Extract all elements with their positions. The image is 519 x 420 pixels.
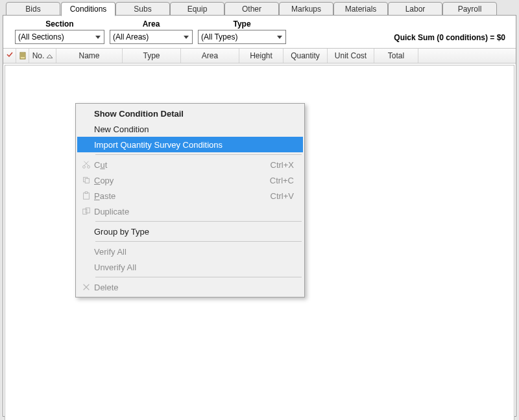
context-menu: Show Condition Detail New Condition Impo… <box>75 103 305 298</box>
menu-group-by-type[interactable]: Group by Type <box>77 224 303 239</box>
menu-label: New Condition <box>94 124 303 134</box>
menu-duplicate[interactable]: Duplicate <box>77 204 303 219</box>
column-name[interactable]: Name <box>56 49 123 63</box>
column-total[interactable]: Total <box>374 49 418 63</box>
filter-section-label: Section <box>15 19 104 29</box>
tab-markups[interactable]: Markups <box>279 2 333 16</box>
menu-label: Unverify All <box>94 262 303 272</box>
column-label: Quantity <box>291 51 320 60</box>
column-label: Name <box>78 51 99 60</box>
menu-label: Delete <box>94 283 303 292</box>
tab-label: Labor <box>405 5 426 14</box>
tab-payroll[interactable]: Payroll <box>442 2 497 16</box>
menu-label: Import Quantity Survey Conditions <box>94 140 303 150</box>
menu-import-quantity-survey-conditions[interactable]: Import Quantity Survey Conditions <box>77 137 303 152</box>
svg-point-8 <box>83 166 86 169</box>
grid-body[interactable]: Show Condition Detail New Condition Impo… <box>5 65 514 420</box>
tab-label: Bids <box>25 5 40 14</box>
dropdown-value: (All Areas) <box>113 32 180 41</box>
column-no[interactable]: No. <box>29 49 56 63</box>
dropdown-value: (All Types) <box>201 32 274 41</box>
tab-labor[interactable]: Labor <box>388 2 442 16</box>
svg-rect-17 <box>86 208 90 213</box>
tab-subs[interactable]: Subs <box>115 2 170 16</box>
menu-label: Duplicate <box>94 207 303 216</box>
menu-separator <box>95 241 302 242</box>
quick-sum-label: Quick Sum (0 conditions) = $0 <box>394 33 512 44</box>
menu-delete[interactable]: Delete <box>77 279 303 295</box>
filter-type-label: Type <box>198 19 286 29</box>
tab-equip[interactable]: Equip <box>170 2 224 16</box>
menu-unverify-all[interactable]: Unverify All <box>77 259 303 275</box>
column-label: Height <box>250 51 272 60</box>
column-quantity[interactable]: Quantity <box>284 49 328 63</box>
filter-area-label: Area <box>110 19 193 29</box>
column-label: Type <box>143 51 160 60</box>
tab-bids[interactable]: Bids <box>6 2 60 16</box>
menu-label: Group by Type <box>94 227 303 237</box>
menu-shortcut: Ctrl+C <box>270 176 303 185</box>
filter-row: Section (All Sections) Area (All Areas) … <box>3 16 516 48</box>
menu-show-condition-detail[interactable]: Show Condition Detail <box>77 106 303 121</box>
tab-label: Other <box>242 5 261 14</box>
document-icon <box>19 52 27 60</box>
menu-verify-all[interactable]: Verify All <box>77 244 303 259</box>
column-verified[interactable] <box>3 49 16 63</box>
menu-shortcut: Ctrl+X <box>271 160 303 170</box>
menu-label: Copy <box>94 176 270 185</box>
copy-icon <box>78 176 94 185</box>
menu-shortcut: Ctrl+V <box>271 191 303 201</box>
tab-materials[interactable]: Materials <box>333 2 388 16</box>
paste-icon <box>78 191 94 200</box>
tab-label: Conditions <box>70 5 107 14</box>
menu-separator <box>95 154 302 155</box>
menu-cut[interactable]: Cut Ctrl+X <box>77 157 303 172</box>
svg-rect-15 <box>85 192 88 194</box>
delete-icon <box>78 283 94 292</box>
chevron-down-icon <box>180 31 192 43</box>
menu-separator <box>95 277 302 277</box>
menu-label: Cut <box>94 160 271 170</box>
svg-rect-13 <box>85 178 89 183</box>
tab-conditions[interactable]: Conditions <box>61 2 115 16</box>
svg-rect-14 <box>84 193 90 200</box>
svg-rect-16 <box>83 209 87 215</box>
column-type[interactable]: Type <box>123 49 181 63</box>
sort-ascending-icon <box>47 49 53 63</box>
cut-icon <box>78 160 94 169</box>
svg-point-9 <box>88 166 90 169</box>
column-label: Area <box>202 51 218 60</box>
grid-header: No. Name Type Area Height Quantity Unit … <box>3 48 516 64</box>
column-icon[interactable] <box>16 49 29 63</box>
svg-marker-2 <box>277 36 282 39</box>
dropdown-value: (All Sections) <box>18 32 92 41</box>
tab-other[interactable]: Other <box>224 2 279 16</box>
tab-label: Equip <box>187 5 208 14</box>
panel-conditions: Section (All Sections) Area (All Areas) … <box>3 15 516 417</box>
menu-new-condition[interactable]: New Condition <box>77 121 303 137</box>
tab-label: Payroll <box>458 5 482 14</box>
column-area[interactable]: Area <box>181 49 239 63</box>
column-height[interactable]: Height <box>239 49 284 63</box>
tab-bar: Bids Conditions Subs Equip Other Markups… <box>6 1 516 16</box>
menu-paste[interactable]: Paste Ctrl+V <box>77 188 303 204</box>
chevron-down-icon <box>92 31 104 43</box>
tab-label: Subs <box>134 5 151 14</box>
menu-label: Show Condition Detail <box>94 109 303 119</box>
chevron-down-icon <box>274 31 285 43</box>
filter-area-dropdown[interactable]: (All Areas) <box>110 30 193 44</box>
column-unit-cost[interactable]: Unit Cost <box>328 49 374 63</box>
svg-marker-1 <box>184 36 189 39</box>
svg-marker-7 <box>47 54 53 58</box>
menu-label: Paste <box>94 191 271 201</box>
tab-label: Markups <box>291 5 321 14</box>
menu-label: Verify All <box>94 247 303 257</box>
filter-type-dropdown[interactable]: (All Types) <box>198 30 286 44</box>
filter-section-dropdown[interactable]: (All Sections) <box>15 30 104 44</box>
svg-marker-0 <box>95 36 101 39</box>
menu-copy[interactable]: Copy Ctrl+C <box>77 172 303 188</box>
column-label: Unit Cost <box>335 51 367 60</box>
menu-separator <box>95 221 302 222</box>
column-label: Total <box>388 51 404 60</box>
column-label: No. <box>32 49 45 63</box>
